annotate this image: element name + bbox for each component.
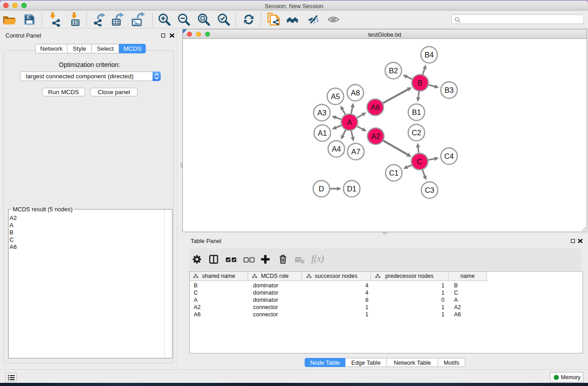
svg-text:D: D (319, 185, 324, 193)
svg-text:A2: A2 (371, 132, 380, 140)
svg-text:A5: A5 (331, 92, 340, 100)
svg-text:C2: C2 (411, 129, 421, 137)
svg-text:C3: C3 (425, 186, 434, 194)
svg-text:A6: A6 (371, 103, 380, 111)
svg-text:B3: B3 (445, 86, 454, 94)
svg-text:A8: A8 (351, 89, 360, 97)
svg-text:A3: A3 (317, 109, 326, 117)
svg-text:C: C (417, 157, 422, 166)
svg-text:A7: A7 (351, 148, 360, 156)
svg-text:B: B (417, 79, 422, 87)
svg-text:A1: A1 (318, 129, 327, 137)
svg-text:C1: C1 (389, 169, 398, 177)
svg-text:C4: C4 (444, 152, 454, 160)
svg-text:B2: B2 (389, 67, 398, 75)
svg-text:B4: B4 (425, 51, 434, 59)
svg-text:A: A (347, 118, 352, 126)
svg-text:A4: A4 (332, 145, 341, 153)
svg-text:D1: D1 (347, 185, 356, 193)
svg-text:B1: B1 (412, 108, 421, 116)
